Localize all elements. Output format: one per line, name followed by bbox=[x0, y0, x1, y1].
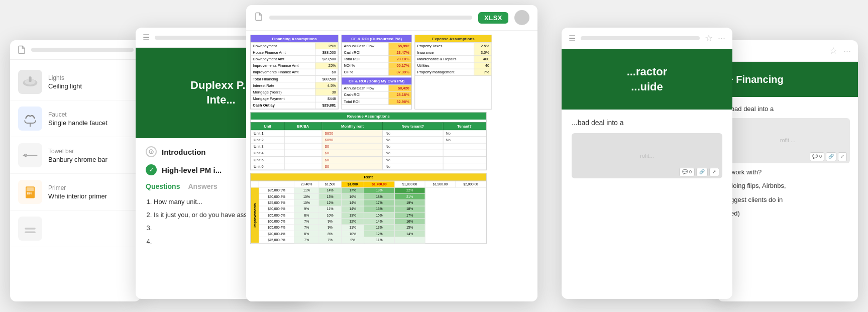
image-placeholder: rofit... bbox=[640, 152, 654, 160]
product-info: Towel bar Banbury chrome bar bbox=[48, 148, 107, 163]
toc-icon bbox=[146, 146, 157, 157]
hm-col: $1,900.00 bbox=[425, 181, 456, 187]
product-thumbnail: BIN bbox=[18, 180, 42, 204]
col-rent: Monthly rent bbox=[322, 123, 383, 130]
hm-val: 14% bbox=[342, 200, 364, 206]
cf-own-table: Annual Cash Flow$8,420 Cash ROI28.18% To… bbox=[342, 84, 411, 105]
hm-imp: $50,000 6% bbox=[259, 206, 294, 212]
hm-val: 15% bbox=[364, 212, 395, 218]
hm-val: 10% bbox=[342, 231, 364, 237]
hm-col: $1,700.00 bbox=[364, 181, 395, 187]
hm-val: 9% bbox=[319, 219, 342, 225]
dots-icon[interactable]: ··· bbox=[843, 46, 851, 56]
svg-rect-2 bbox=[29, 76, 31, 82]
hm-col: $1,500 bbox=[319, 181, 342, 187]
hm-val: 10% bbox=[294, 193, 319, 199]
spreadsheet-wrapper: Financing Assumptions Downpayment25% Hou… bbox=[250, 35, 534, 244]
star-icon[interactable]: ☆ bbox=[705, 33, 713, 44]
product-thumbnail bbox=[18, 70, 42, 94]
far-right-titlebar: ☆ ··· bbox=[717, 40, 858, 62]
questions-tab[interactable]: Questions bbox=[146, 182, 180, 192]
list-item[interactable]: BIN Primer White interior primer bbox=[10, 174, 141, 211]
xlsx-content: Financing Assumptions Downpayment25% Hou… bbox=[246, 31, 537, 301]
hm-val: 9% bbox=[342, 237, 364, 243]
hm-val: 16% bbox=[342, 193, 364, 199]
comment-mini-btn[interactable]: 💬 0 bbox=[810, 152, 824, 161]
financing-body: ...bad deal into a rofit ... 💬 0 🔗 ⤢ u w… bbox=[717, 97, 858, 230]
hm-val: 7% bbox=[294, 219, 319, 225]
hm-val: 8% bbox=[294, 212, 319, 218]
list-item[interactable]: Lights Ceiling light bbox=[10, 64, 141, 100]
dots-icon[interactable]: ··· bbox=[718, 33, 725, 44]
cf-roi-outsourced-box: CF & ROI (Outsourced PM) Annual Cash Flo… bbox=[341, 35, 412, 110]
hm-imp: $45,000 7% bbox=[259, 200, 294, 206]
col-unit: Unit bbox=[251, 123, 284, 130]
hm-row: $50,000 6% 9% 11% 14% 16% 18% bbox=[251, 206, 486, 212]
contractor-hero-title: ...ractor...uide bbox=[627, 64, 668, 94]
product-name: Single handle faucet bbox=[48, 119, 107, 127]
hm-row: $45,000 7% 10% 12% 14% 17% 19% bbox=[251, 200, 486, 206]
hm-val: 10% bbox=[294, 200, 319, 206]
list-item[interactable] bbox=[10, 211, 141, 247]
hm-row: $65,000 4% 7% 9% 11% 13% 15% bbox=[251, 225, 486, 231]
hm-row: $70,000 4% 8% 8% 10% 12% 14% bbox=[251, 231, 486, 237]
doc-icon bbox=[17, 45, 26, 54]
list-item[interactable]: Faucet Single handle faucet bbox=[10, 100, 141, 137]
hm-col bbox=[251, 181, 259, 187]
hm-val: 18% bbox=[394, 206, 425, 212]
contractor-hero: ...ractor...uide bbox=[562, 49, 732, 110]
hm-col: $1,600 bbox=[342, 181, 364, 187]
list-item[interactable]: Towel bar Banbury chrome bar bbox=[10, 137, 141, 174]
toc-label: Introduction bbox=[162, 148, 205, 156]
expand-btn[interactable]: ⤢ bbox=[709, 168, 719, 177]
product-name: Ceiling light bbox=[48, 82, 82, 90]
hm-val: 12% bbox=[364, 231, 395, 237]
hm-row: $55,000 6% 8% 10% 13% 15% 17% bbox=[251, 212, 486, 218]
product-category: Primer bbox=[48, 184, 107, 191]
hm-val: 14% bbox=[364, 219, 395, 225]
financing-box: Financing Assumptions Downpayment25% Hou… bbox=[250, 35, 339, 110]
svg-text:BIN: BIN bbox=[27, 192, 32, 195]
star-icon[interactable]: ☆ bbox=[829, 45, 837, 56]
svg-point-5 bbox=[24, 154, 27, 156]
answers-tab[interactable]: Answers bbox=[188, 182, 217, 192]
hm-val: 13% bbox=[364, 225, 395, 231]
hm-col: $2,000.00 bbox=[456, 181, 486, 187]
product-info: Primer White interior primer bbox=[48, 184, 107, 200]
hm-col: $1,800.00 bbox=[394, 181, 425, 187]
table-row: Unit 1$850NoNo bbox=[251, 130, 486, 137]
search-bar bbox=[31, 48, 134, 52]
hm-val: 13% bbox=[319, 193, 342, 199]
table-row: Unit 6$0No bbox=[251, 163, 486, 170]
hm-val: 12% bbox=[342, 219, 364, 225]
expense-box: Expense Assumptions Property Taxes2.5% I… bbox=[414, 35, 492, 110]
hamburger-icon: ☰ bbox=[143, 33, 150, 42]
product-list-window: Lights Ceiling light Faucet Single handl… bbox=[10, 40, 141, 301]
product-thumbnail bbox=[18, 217, 42, 241]
col-brba: BR/BA bbox=[284, 123, 322, 130]
hamburger-icon: ☰ bbox=[569, 34, 576, 43]
product-thumbnail bbox=[18, 107, 42, 131]
svg-rect-10 bbox=[25, 231, 36, 233]
xlsx-badge: XLSX bbox=[478, 12, 508, 24]
expand-mini-btn[interactable]: ⤢ bbox=[838, 152, 847, 161]
financing-table: Downpayment25% House Finance Amt$88,500 … bbox=[251, 42, 338, 109]
link-mini-btn[interactable]: 🔗 bbox=[826, 152, 836, 161]
hm-val: 21% bbox=[394, 193, 425, 199]
heatmap-title: Rent bbox=[251, 173, 486, 181]
hm-val: 19% bbox=[394, 200, 425, 206]
link-btn[interactable]: 🔗 bbox=[696, 168, 708, 177]
hm-val: 17% bbox=[342, 187, 364, 193]
xlsx-titlebar: XLSX bbox=[246, 5, 537, 31]
product-name: White interior primer bbox=[48, 192, 107, 200]
expense-header: Expense Assumptions bbox=[415, 35, 491, 42]
table-row: Unit 2$850NoNo bbox=[251, 137, 486, 143]
revenue-table: Unit BR/BA Monthly rent New tenant? Tena… bbox=[251, 122, 486, 170]
financing-hero: + Financing bbox=[717, 62, 858, 97]
comment-btn[interactable]: 💬 0 bbox=[679, 168, 695, 177]
hm-col bbox=[259, 181, 294, 187]
svg-rect-7 bbox=[27, 187, 34, 191]
table-row: Unit 3$0No bbox=[251, 143, 486, 150]
hm-val: 15% bbox=[394, 225, 425, 231]
product-info: Lights Ceiling light bbox=[48, 74, 82, 90]
